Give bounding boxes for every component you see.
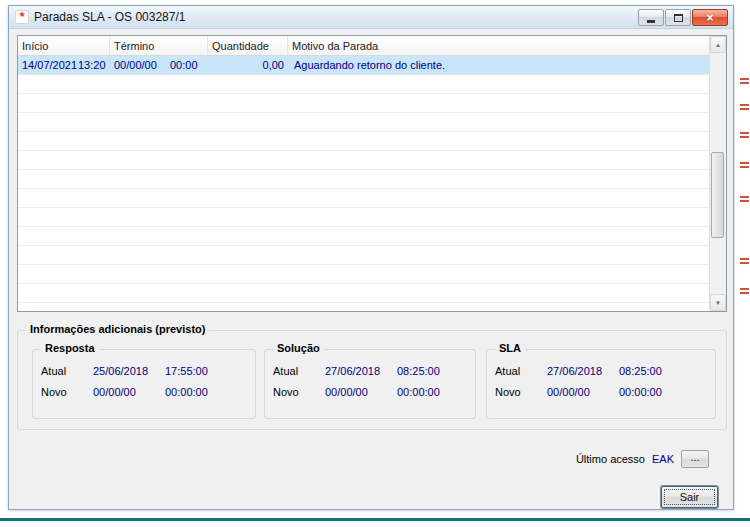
vertical-scrollbar[interactable]: ▲ ▼ bbox=[709, 36, 726, 311]
row-time: 17:55:00 bbox=[165, 365, 255, 377]
grid-empty-row bbox=[18, 208, 709, 227]
column-header-motivo[interactable]: Motivo da Parada bbox=[288, 36, 709, 55]
browse-button[interactable]: ... bbox=[681, 450, 709, 468]
minimize-icon bbox=[647, 20, 655, 23]
column-header-quantidade[interactable]: Quantidade bbox=[208, 36, 288, 55]
row-date: 27/06/2018 bbox=[547, 365, 619, 377]
background-window-fragment bbox=[740, 130, 749, 138]
grid-empty-row bbox=[18, 75, 709, 94]
grid-empty-row bbox=[18, 132, 709, 151]
background-window-fragment bbox=[740, 286, 749, 294]
row-time: 00:00:00 bbox=[397, 386, 475, 398]
grid-empty-row bbox=[18, 113, 709, 132]
last-access-label: Último acesso bbox=[576, 453, 645, 465]
dialog-window: * Paradas SLA - OS 003287/1 × Início Tér… bbox=[8, 5, 734, 510]
row-date: 27/06/2018 bbox=[325, 365, 397, 377]
row-time: 00:00:00 bbox=[165, 386, 255, 398]
bottom-divider bbox=[0, 518, 750, 521]
cell-quantidade: 0,00 bbox=[208, 59, 288, 71]
screen: * Paradas SLA - OS 003287/1 × Início Tér… bbox=[0, 0, 750, 527]
scroll-up-icon: ▲ bbox=[715, 42, 721, 48]
row-date: 00/00/00 bbox=[93, 386, 165, 398]
section-solucao: Solução Atual 27/06/2018 08:25:00 Novo 0… bbox=[264, 349, 476, 419]
background-window-fragment bbox=[740, 256, 749, 264]
inicio-date: 14/07/2021 bbox=[22, 59, 78, 71]
grid-empty-row bbox=[18, 94, 709, 113]
background-window-fragment bbox=[740, 194, 749, 202]
grid-empty-row bbox=[18, 227, 709, 246]
row-label: Novo bbox=[41, 386, 93, 398]
section-sla-title: SLA bbox=[495, 342, 525, 354]
grid-empty-row bbox=[18, 246, 709, 265]
row-label: Atual bbox=[41, 365, 93, 377]
row-label: Atual bbox=[495, 365, 547, 377]
paradas-grid: Início Término Quantidade Motivo da Para… bbox=[17, 35, 727, 312]
column-header-termino[interactable]: Término bbox=[110, 36, 208, 55]
row-time: 08:25:00 bbox=[619, 365, 715, 377]
grid-empty-row bbox=[18, 265, 709, 284]
scrollbar-thumb[interactable] bbox=[711, 152, 724, 238]
section-sla-rows: Atual 27/06/2018 08:25:00 Novo 00/00/00 … bbox=[487, 350, 715, 398]
window-controls: × bbox=[638, 9, 728, 26]
background-window-fragment bbox=[740, 102, 749, 110]
grid-header: Início Término Quantidade Motivo da Para… bbox=[18, 36, 709, 56]
cell-termino: 00/00/0000:00 bbox=[110, 59, 208, 71]
cell-inicio: 14/07/202113:20 bbox=[18, 59, 110, 71]
last-access: Último acesso EAK ... bbox=[576, 450, 709, 468]
grid-empty-row bbox=[18, 284, 709, 303]
scroll-down-icon: ▼ bbox=[715, 300, 721, 306]
app-logo-icon: * bbox=[15, 10, 29, 24]
scroll-down-button[interactable]: ▼ bbox=[710, 294, 726, 311]
row-time: 08:25:00 bbox=[397, 365, 475, 377]
minimize-button[interactable] bbox=[638, 9, 664, 26]
section-resposta-rows: Atual 25/06/2018 17:55:00 Novo 00/00/00 … bbox=[33, 350, 255, 398]
row-time: 00:00:00 bbox=[619, 386, 715, 398]
row-date: 00/00/00 bbox=[325, 386, 397, 398]
window-title: Paradas SLA - OS 003287/1 bbox=[34, 10, 185, 24]
inicio-time: 13:20 bbox=[78, 59, 106, 71]
maximize-icon bbox=[674, 14, 683, 22]
section-sla: SLA Atual 27/06/2018 08:25:00 Novo 00/00… bbox=[486, 349, 716, 419]
section-solucao-rows: Atual 27/06/2018 08:25:00 Novo 00/00/00 … bbox=[265, 350, 475, 398]
close-button[interactable]: × bbox=[692, 9, 728, 26]
grid-empty-row bbox=[18, 151, 709, 170]
info-panel-title: Informações adicionais (previsto) bbox=[26, 323, 209, 335]
grid-empty-row bbox=[18, 189, 709, 208]
exit-button[interactable]: Sair bbox=[661, 486, 718, 508]
column-header-inicio[interactable]: Início bbox=[18, 36, 110, 55]
maximize-button[interactable] bbox=[665, 9, 691, 26]
background-window-fragment bbox=[740, 76, 749, 84]
scroll-up-button[interactable]: ▲ bbox=[710, 36, 726, 53]
close-icon: × bbox=[706, 12, 713, 24]
grid-empty-row bbox=[18, 170, 709, 189]
info-panel: Informações adicionais (previsto) Respos… bbox=[17, 330, 727, 430]
section-solucao-title: Solução bbox=[273, 342, 324, 354]
row-label: Novo bbox=[495, 386, 547, 398]
grid-row-selected[interactable]: 14/07/202113:20 00/00/0000:00 0,00 Aguar… bbox=[18, 56, 709, 75]
cell-motivo: Aguardando retorno do cliente. bbox=[288, 59, 709, 71]
row-date: 00/00/00 bbox=[547, 386, 619, 398]
row-label: Atual bbox=[273, 365, 325, 377]
section-resposta-title: Resposta bbox=[41, 342, 99, 354]
termino-time: 00:00 bbox=[170, 59, 198, 71]
section-resposta: Resposta Atual 25/06/2018 17:55:00 Novo … bbox=[32, 349, 256, 419]
row-date: 25/06/2018 bbox=[93, 365, 165, 377]
last-access-value: EAK bbox=[652, 453, 674, 465]
row-label: Novo bbox=[273, 386, 325, 398]
grid-body: 14/07/202113:20 00/00/0000:00 0,00 Aguar… bbox=[18, 56, 709, 311]
termino-date: 00/00/00 bbox=[114, 59, 170, 71]
title-bar[interactable]: * Paradas SLA - OS 003287/1 × bbox=[9, 6, 733, 29]
background-window-fragment bbox=[740, 160, 749, 168]
app-logo-glyph: * bbox=[19, 12, 24, 22]
